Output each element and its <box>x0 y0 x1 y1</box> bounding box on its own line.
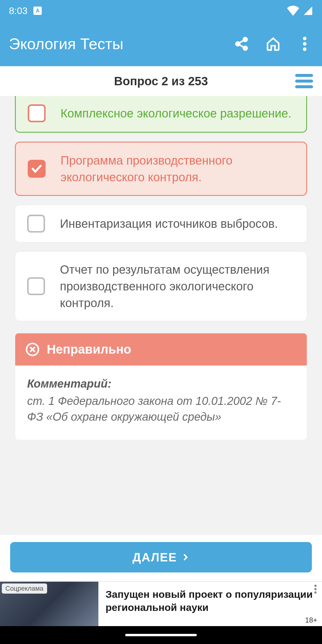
home-button[interactable] <box>265 35 281 52</box>
checkbox-unchecked <box>28 104 46 122</box>
ad-age-rating: 18+ <box>305 616 317 624</box>
comment-label: Комментарий: <box>27 377 295 390</box>
close-circle-icon <box>25 342 40 357</box>
share-icon <box>234 36 249 51</box>
option-text: Программа производственного экологическо… <box>61 152 294 185</box>
svg-point-1 <box>236 42 240 46</box>
svg-point-11 <box>314 585 317 587</box>
question-counter: Вопрос 2 из 253 <box>9 75 313 88</box>
ad-banner[interactable]: Соцреклама Запущен новый проект о популя… <box>0 581 322 626</box>
svg-point-5 <box>303 37 306 40</box>
wifi-icon <box>287 6 299 16</box>
svg-point-12 <box>314 588 317 590</box>
answer-option-correct[interactable]: Комплексное экологическое разрешение. <box>15 96 307 133</box>
question-header: Вопрос 2 из 253 <box>0 66 322 96</box>
option-text: Отчет по результатам осуществления произ… <box>60 261 295 311</box>
nav-pill[interactable] <box>125 634 197 636</box>
status-time: 8:03 <box>9 5 27 16</box>
ad-image: Соцреклама <box>0 582 98 626</box>
feedback-card: Неправильно Комментарий: ст. 1 Федеральн… <box>15 333 307 440</box>
more-vert-icon <box>314 585 317 594</box>
option-text: Инвентаризация источников выбросов. <box>60 215 278 232</box>
hamburger-icon <box>295 74 313 88</box>
feedback-body: Комментарий: ст. 1 Федерального закона о… <box>15 366 307 440</box>
home-icon <box>266 36 281 51</box>
svg-point-2 <box>243 46 247 50</box>
checkbox-unchecked <box>27 277 45 295</box>
feedback-header: Неправильно <box>15 333 307 366</box>
checkbox-unchecked <box>27 215 45 233</box>
overflow-menu-button[interactable] <box>296 35 313 52</box>
question-list-button[interactable] <box>295 74 313 88</box>
next-button[interactable]: ДАЛЕЕ <box>10 542 312 572</box>
svg-point-7 <box>303 47 306 51</box>
ad-menu-button[interactable] <box>314 585 317 596</box>
status-bar: 8:03 A <box>0 0 322 21</box>
ad-text: Запущен новый проект о популяри­зации ре… <box>98 582 322 626</box>
next-bar: ДАЛЕЕ <box>0 535 322 581</box>
content-area: Комплексное экологическое разрешение. Пр… <box>0 96 322 535</box>
svg-line-3 <box>239 41 244 43</box>
more-vert-icon <box>303 37 306 51</box>
svg-point-6 <box>303 42 306 46</box>
share-button[interactable] <box>233 35 250 52</box>
cell-signal-icon <box>303 6 313 16</box>
feedback-status: Неправильно <box>47 342 131 357</box>
svg-point-0 <box>243 38 247 41</box>
svg-line-4 <box>239 45 244 47</box>
chevron-right-icon <box>181 553 190 561</box>
system-nav-bar <box>0 626 322 644</box>
answer-option[interactable]: Отчет по результатам осуществления произ… <box>15 251 307 321</box>
option-text: Комплексное экологическое разрешение. <box>61 105 291 122</box>
comment-text: ст. 1 Федерального закона от 10.01.2002 … <box>27 393 295 425</box>
ad-badge: Соцреклама <box>2 583 47 594</box>
next-label: ДАЛЕЕ <box>132 551 177 564</box>
keyboard-lang-icon: A <box>33 7 42 15</box>
checkbox-checked <box>28 160 46 178</box>
check-icon <box>31 163 43 175</box>
app-bar: Экология Тесты <box>0 21 322 66</box>
svg-point-13 <box>314 592 317 594</box>
answer-option[interactable]: Инвентаризация источников выбросов. <box>15 205 307 242</box>
answer-option-selected-wrong[interactable]: Программа производственного экологическо… <box>15 142 307 196</box>
app-title: Экология Тесты <box>9 35 233 53</box>
